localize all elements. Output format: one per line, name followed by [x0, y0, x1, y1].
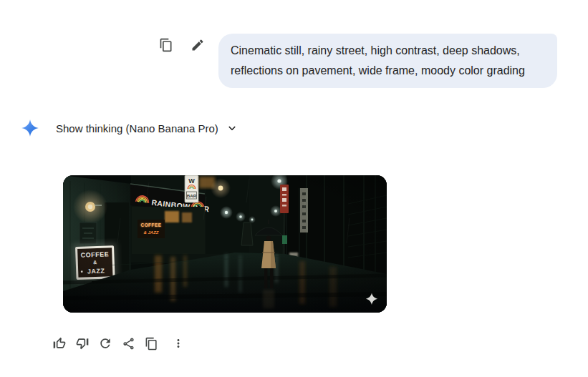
- response-toolbar: [50, 334, 188, 353]
- copy-icon: [145, 337, 158, 351]
- gemini-chat-page: { "user_message": { "text": "Cinematic s…: [0, 0, 588, 377]
- user-message-line1: Cinematic still, rainy street, high cont…: [231, 41, 545, 61]
- regenerate-button[interactable]: [96, 334, 115, 353]
- thinking-row: Show thinking (Nano Banana Pro): [21, 119, 238, 137]
- regenerate-icon: [98, 336, 112, 351]
- show-thinking-toggle[interactable]: Show thinking (Nano Banana Pro): [56, 122, 238, 134]
- thumbs-up-icon: [52, 336, 67, 351]
- share-icon: [122, 337, 135, 351]
- edit-prompt-button[interactable]: [188, 35, 208, 55]
- show-thinking-label: Show thinking (Nano Banana Pro): [56, 122, 218, 134]
- copy-prompt-button[interactable]: [156, 35, 176, 55]
- user-message-line2: reflections on pavement, wide frame, moo…: [231, 61, 545, 81]
- night-street-scene: RAINBOW BAR W BAR: [63, 175, 387, 313]
- more-vertical-icon: [172, 337, 185, 350]
- thumbs-down-icon: [75, 336, 90, 351]
- edit-icon: [191, 38, 205, 52]
- message-actions: [156, 35, 208, 55]
- more-options-button[interactable]: [169, 334, 188, 353]
- share-button[interactable]: [119, 334, 138, 353]
- gemini-sparkle-icon: [21, 119, 39, 137]
- thumbs-down-button[interactable]: [73, 334, 92, 353]
- chevron-down-icon: [226, 122, 238, 134]
- copy-icon: [159, 38, 173, 52]
- user-message-bubble: Cinematic still, rainy street, high cont…: [218, 34, 557, 88]
- generated-image[interactable]: RAINBOW BAR W BAR: [63, 175, 387, 313]
- copy-response-button[interactable]: [142, 334, 160, 353]
- thumbs-up-button[interactable]: [50, 334, 69, 353]
